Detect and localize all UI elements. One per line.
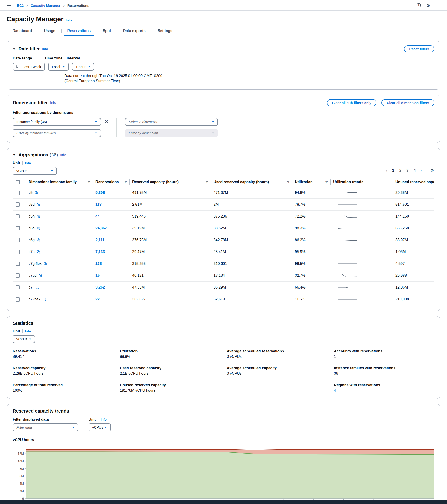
zoom-in-icon[interactable]	[37, 215, 41, 218]
time-zone-dropdown[interactable]: Local ▼	[48, 63, 69, 71]
table-preferences-gear-icon[interactable]: ⚙	[430, 168, 434, 173]
caret-down-icon: ▼	[105, 426, 107, 429]
sort-icon[interactable]: ▽	[287, 180, 289, 184]
row-checkbox[interactable]	[16, 262, 20, 266]
zoom-in-icon[interactable]	[37, 226, 41, 230]
reservations-link[interactable]: 7,133	[96, 250, 105, 254]
row-checkbox[interactable]	[16, 238, 20, 242]
zoom-in-icon[interactable]	[37, 250, 41, 254]
zoom-in-icon[interactable]	[39, 274, 43, 278]
tab-usage[interactable]: Usage	[38, 26, 61, 36]
zoom-in-icon[interactable]	[35, 286, 39, 289]
svg-text:2M: 2M	[19, 489, 24, 493]
dimension-filter-info-link[interactable]: Info	[50, 101, 56, 105]
clear-dimension-filters-button[interactable]: Clear all dimension filters	[382, 99, 434, 106]
row-checkbox[interactable]	[16, 226, 20, 230]
date-range-button[interactable]: Last 1 week	[13, 63, 45, 71]
column-header-3[interactable]: Used reserved capacity (hours)▽	[211, 179, 292, 187]
row-checkbox[interactable]	[16, 202, 20, 207]
zoom-in-icon[interactable]	[44, 262, 48, 266]
menu-icon[interactable]	[6, 4, 11, 7]
zoom-in-icon[interactable]	[37, 203, 41, 207]
unit-info-link[interactable]: Info	[25, 329, 31, 333]
collapse-caret-icon[interactable]: ▼	[13, 47, 16, 51]
reset-filters-button[interactable]: Reset filters	[404, 45, 434, 53]
info-icon[interactable]: i	[417, 3, 421, 7]
interval-dropdown[interactable]: 1 hour ▼	[72, 63, 94, 71]
svg-text:6M: 6M	[19, 474, 24, 478]
date-filter-info-link[interactable]: Info	[42, 47, 48, 51]
page-number-4[interactable]: 4	[412, 169, 417, 173]
instance-family-name: c6a	[29, 226, 35, 230]
tab-spot[interactable]: Spot	[97, 26, 117, 36]
sort-icon[interactable]: ▽	[206, 180, 208, 184]
tab-label: Usage	[44, 29, 55, 33]
unit-info-link[interactable]: Info	[101, 418, 107, 421]
collapse-caret-icon[interactable]: ▼	[13, 153, 16, 157]
reservations-link[interactable]: 44	[96, 214, 100, 218]
instance-family-name: c7g-flex	[29, 262, 41, 266]
dimension-select[interactable]: Instance family (36) ▼	[13, 118, 101, 126]
unit-select[interactable]: vCPUs ▼	[13, 167, 57, 175]
column-header-1[interactable]: Reservations▽	[93, 179, 129, 187]
breadcrumb-link-ec2[interactable]: EC2	[17, 3, 24, 7]
unit-label: Unit	[13, 161, 20, 165]
instance-family-filter-input[interactable]: Filter by instance families ▼	[13, 129, 101, 137]
reservations-link[interactable]: 3,262	[96, 285, 105, 289]
zoom-in-icon[interactable]	[42, 297, 46, 301]
clear-sub-filters-button[interactable]: Clear all sub filters only	[327, 99, 376, 106]
row-checkbox[interactable]	[16, 191, 20, 195]
reservations-link[interactable]: 15	[96, 273, 100, 277]
zoom-in-icon[interactable]	[37, 238, 41, 242]
tab-reservations[interactable]: Reservations	[61, 26, 97, 36]
tab-label: Spot	[103, 29, 111, 33]
caret-down-icon: ▼	[72, 426, 75, 429]
statistics-unit-select[interactable]: vCPUs ▼	[13, 335, 35, 343]
column-header-2[interactable]: Reserved capacity (hours)▽	[129, 179, 211, 187]
breadcrumb: EC2 › Capacity Manager › Reservations	[17, 3, 89, 8]
unit-info-link[interactable]: Info	[25, 161, 31, 165]
reservations-link[interactable]: 24,367	[96, 226, 107, 230]
zoom-in-icon[interactable]	[35, 191, 39, 195]
table-row: c5n44519,446375,28672.2%144,160	[13, 211, 434, 222]
breadcrumb-link-capacity-manager[interactable]: Capacity Manager	[31, 3, 60, 7]
unused-capacity-cell: 666,258	[393, 222, 434, 234]
second-dimension-select[interactable]: Select a dimension ▼	[125, 118, 218, 126]
row-checkbox[interactable]	[16, 285, 20, 289]
tab-data-exports[interactable]: Data exports	[117, 26, 152, 36]
svg-text:4M: 4M	[19, 482, 24, 486]
trend-filter-select[interactable]: Filter data ▼	[13, 423, 78, 431]
column-header-4[interactable]: Utilization▽	[292, 179, 330, 187]
page-number-2[interactable]: 2	[398, 169, 403, 173]
statistics-column-4: Accounts with reservations1Instance fami…	[327, 349, 434, 393]
page-number-1[interactable]: 1	[390, 169, 396, 173]
reservations-link[interactable]: 2,111	[96, 238, 104, 242]
reservations-link[interactable]: 5,308	[96, 191, 105, 195]
utilization-cell: 32.7%	[292, 270, 330, 282]
row-checkbox[interactable]	[16, 273, 20, 278]
sort-icon[interactable]: ▽	[125, 180, 127, 184]
aggregations-info-link[interactable]: Info	[60, 153, 66, 157]
tab-settings[interactable]: Settings	[152, 26, 178, 36]
column-header-0[interactable]: Dimension: Instance family▽	[26, 179, 93, 187]
page-info-link[interactable]: Info	[66, 18, 72, 22]
cloudshell-icon[interactable]	[436, 4, 441, 7]
sort-icon[interactable]: ▽	[326, 180, 328, 184]
select-all-checkbox[interactable]	[16, 180, 20, 184]
next-page-icon[interactable]: ›	[419, 168, 423, 173]
reservations-link[interactable]: 22	[96, 297, 100, 301]
page-number-3[interactable]: 3	[405, 169, 410, 173]
statistics-column-3: Average scheduled reservations0 vCPUsAve…	[220, 349, 327, 393]
sort-icon[interactable]: ▽	[88, 180, 90, 184]
previous-page-icon[interactable]: ‹	[385, 168, 389, 173]
trend-unit-select[interactable]: vCPUs ▼	[89, 423, 111, 431]
settings-gear-icon[interactable]: ⚙	[426, 3, 430, 8]
reservations-link[interactable]: 238	[96, 262, 102, 266]
reservations-link[interactable]: 113	[96, 202, 101, 206]
used-capacity-cell: 342.78M	[211, 234, 292, 246]
row-checkbox[interactable]	[16, 297, 20, 302]
tab-dashboard[interactable]: Dashboard	[6, 26, 38, 36]
row-checkbox[interactable]	[16, 214, 20, 218]
remove-dimension-icon[interactable]: ✕	[105, 119, 108, 124]
row-checkbox[interactable]	[16, 250, 20, 254]
